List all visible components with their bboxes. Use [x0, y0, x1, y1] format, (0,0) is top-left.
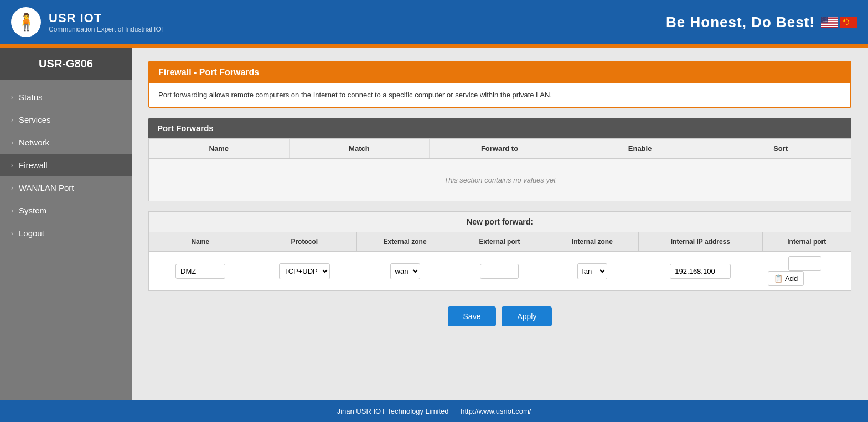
banner-description: Port forwarding allows remote computers …	[149, 83, 850, 107]
protocol-select[interactable]: TCP+UDP TCP UDP	[279, 263, 330, 279]
col-forward-to: Forward to	[430, 139, 570, 158]
new-forward-title: New port forward:	[149, 212, 851, 232]
banner-title: Firewall - Port Forwards	[149, 62, 850, 83]
form-name-cell	[149, 252, 252, 291]
form-extport-cell	[453, 252, 546, 291]
sidebar-item-wanlan[interactable]: › WAN/LAN Port	[0, 176, 132, 199]
col-name: Name	[149, 139, 290, 158]
flag-us-icon[interactable]: ★ ★ ★ ★ ★ ★ ★ ★ ★ ★ ★ ★ ★ ★ ★ ★ ★ ★ ★ ★ …	[822, 17, 838, 28]
sidebar-item-system[interactable]: › System	[0, 199, 132, 222]
action-buttons: Save Apply	[148, 301, 851, 332]
form-extzone-cell: wan lan	[356, 252, 453, 291]
sidebar-nav: › Status › Services › Network › Firewall…	[0, 80, 132, 250]
col-intzone-header: Internal zone	[546, 232, 638, 252]
internal-ip-input[interactable]	[670, 264, 731, 279]
header-brand: USR IOT Communication Expert of Industri…	[49, 11, 165, 33]
table-header-row: Name Match Forward to Enable Sort	[149, 139, 851, 159]
external-zone-select[interactable]: wan lan	[390, 263, 420, 279]
chevron-icon: ›	[11, 139, 13, 147]
header-slogan: Be Honest, Do Best!	[666, 14, 815, 31]
sidebar-label-firewall: Firewall	[19, 160, 48, 170]
svg-rect-5	[822, 24, 838, 25]
main-content: Firewall - Port Forwards Port forwarding…	[132, 48, 868, 400]
form-intzone-cell: lan wan	[546, 252, 638, 291]
col-match: Match	[290, 139, 430, 158]
sidebar-item-services[interactable]: › Services	[0, 108, 132, 131]
save-button[interactable]: Save	[448, 306, 497, 326]
sidebar-item-firewall[interactable]: › Firewall	[0, 154, 132, 176]
main-layout: USR-G806 › Status › Services › Network ›…	[0, 48, 868, 400]
svg-rect-6	[822, 26, 838, 27]
chevron-icon: ›	[11, 161, 13, 169]
section-header: Port Forwards	[148, 118, 851, 138]
chevron-icon: ›	[11, 93, 13, 101]
sidebar-label-status: Status	[19, 92, 43, 102]
external-port-input[interactable]	[480, 264, 519, 279]
brand-subtitle: Communication Expert of Industrial IOT	[49, 25, 165, 33]
table-empty-message: This section contains no values yet	[149, 159, 851, 201]
footer-company: Jinan USR IOT Technology Limited	[337, 407, 449, 415]
svg-text:★: ★	[846, 23, 848, 26]
svg-rect-4	[822, 23, 838, 24]
chevron-icon: ›	[11, 230, 13, 237]
add-label: Add	[785, 274, 798, 283]
chevron-icon: ›	[11, 116, 13, 124]
flag-cn-icon[interactable]: ★ ★ ★ ★ ★	[840, 17, 857, 28]
flag-container: ★ ★ ★ ★ ★ ★ ★ ★ ★ ★ ★ ★ ★ ★ ★ ★ ★ ★ ★ ★ …	[822, 17, 857, 28]
add-button[interactable]: 📋 Add	[768, 271, 804, 286]
page-footer: Jinan USR IOT Technology Limited http://…	[0, 400, 868, 422]
sidebar-label-services: Services	[19, 115, 51, 124]
form-intport-cell: 📋 Add	[762, 252, 851, 291]
col-extport-header: External port	[453, 232, 546, 252]
page-header: 🧍 USR IOT Communication Expert of Indust…	[0, 0, 868, 44]
sidebar-item-logout[interactable]: › Logout	[0, 222, 132, 244]
logo-figure: 🧍	[16, 14, 37, 30]
col-extzone-header: External zone	[356, 232, 453, 252]
col-name-header: Name	[149, 232, 252, 252]
add-icon: 📋	[774, 274, 783, 283]
col-protocol-header: Protocol	[252, 232, 356, 252]
new-port-forward-section: New port forward: Name Protocol External…	[148, 211, 851, 291]
header-right: Be Honest, Do Best! ★ ★ ★ ★ ★ ★ ★ ★ ★ ★ …	[666, 14, 857, 31]
brand-title: USR IOT	[49, 11, 165, 25]
header-left: 🧍 USR IOT Communication Expert of Indust…	[11, 7, 165, 37]
chevron-icon: ›	[11, 207, 13, 215]
device-name: USR-G806	[0, 48, 132, 80]
name-input[interactable]	[175, 264, 225, 279]
port-forwards-table: Name Match Forward to Enable Sort This s…	[148, 138, 851, 201]
chevron-icon: ›	[11, 184, 13, 192]
col-intip-header: Internal IP address	[639, 232, 763, 252]
sidebar-label-system: System	[19, 206, 46, 215]
col-sort: Sort	[710, 139, 851, 158]
sidebar-item-network[interactable]: › Network	[0, 131, 132, 154]
col-enable: Enable	[570, 139, 711, 158]
form-protocol-cell: TCP+UDP TCP UDP	[252, 252, 356, 291]
footer-website: http://www.usriot.com/	[461, 407, 531, 415]
sidebar-label-logout: Logout	[19, 228, 44, 238]
info-banner: Firewall - Port Forwards Port forwarding…	[148, 61, 851, 108]
sidebar: USR-G806 › Status › Services › Network ›…	[0, 48, 132, 400]
sidebar-label-wanlan: WAN/LAN Port	[19, 183, 74, 192]
apply-button[interactable]: Apply	[502, 306, 552, 326]
col-intport-header: Internal port	[762, 232, 851, 252]
logo: 🧍	[11, 7, 41, 37]
sidebar-label-network: Network	[19, 138, 49, 147]
internal-port-input[interactable]	[788, 256, 822, 271]
form-intip-cell	[639, 252, 763, 291]
internal-zone-select[interactable]: lan wan	[577, 263, 607, 279]
port-forwards-section: Port Forwards Name Match Forward to Enab…	[148, 118, 851, 201]
sidebar-item-status[interactable]: › Status	[0, 86, 132, 108]
